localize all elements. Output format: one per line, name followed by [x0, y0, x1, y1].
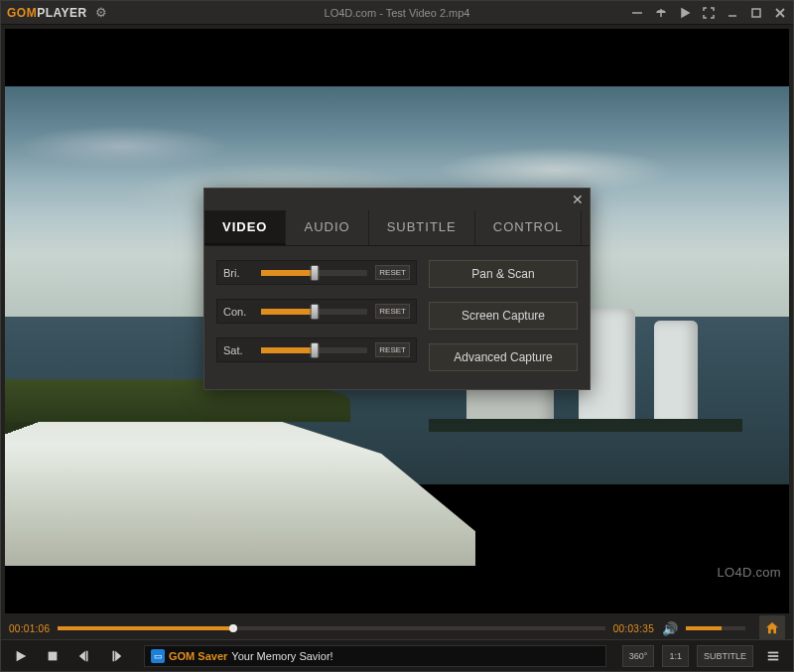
brightness-reset-button[interactable]: RESET — [375, 265, 410, 280]
advanced-capture-button[interactable]: Advanced Capture — [429, 343, 578, 371]
promo-app-icon: ▭ — [151, 649, 165, 663]
panel-titlebar: ✕ — [204, 189, 590, 210]
slider-label: Sat. — [223, 344, 253, 356]
watermark-text: LO4D.com — [717, 565, 781, 580]
close-icon[interactable] — [773, 6, 787, 20]
wifi-icon[interactable] — [654, 6, 668, 20]
stop-button[interactable] — [41, 644, 65, 668]
tab-video[interactable]: VIDEO — [204, 210, 286, 245]
slider-contrast: Con. RESET — [216, 299, 417, 324]
svg-marker-1 — [682, 9, 689, 17]
play-button[interactable] — [9, 644, 33, 668]
promo-banner[interactable]: ▭ GOM Saver Your Memory Savior! — [144, 645, 606, 667]
prev-button[interactable] — [72, 644, 96, 668]
saturation-reset-button[interactable]: RESET — [375, 342, 410, 357]
logo-accent: GOM — [7, 6, 37, 20]
logo-rest: PLAYER — [37, 6, 87, 20]
control-panel: ✕ VIDEO AUDIO SUBTITLE CONTROL Bri. RESE… — [203, 188, 591, 390]
svg-rect-9 — [86, 650, 88, 661]
svg-rect-3 — [752, 9, 760, 17]
tab-subtitle[interactable]: SUBTITLE — [369, 210, 475, 245]
minimize-to-tray-icon[interactable] — [630, 6, 644, 20]
brightness-slider[interactable] — [261, 270, 367, 276]
video-area[interactable]: LO4D.com ✕ VIDEO AUDIO SUBTITLE CONTROL … — [5, 29, 789, 613]
current-time: 00:01:06 — [9, 623, 50, 634]
contrast-reset-button[interactable]: RESET — [375, 304, 410, 319]
panel-tabs: VIDEO AUDIO SUBTITLE CONTROL — [204, 210, 590, 246]
title-bar: GOMPLAYER ⚙ LO4D.com - Test Video 2.mp4 — [1, 1, 793, 25]
maximize-icon[interactable] — [749, 6, 763, 20]
svg-rect-7 — [49, 651, 58, 660]
volume-slider[interactable] — [686, 626, 745, 630]
tab-control[interactable]: CONTROL — [475, 210, 583, 245]
gear-icon[interactable]: ⚙ — [95, 5, 107, 20]
fullscreen-icon[interactable] — [702, 6, 716, 20]
panel-body: Bri. RESET Con. RESET Sat. — [204, 246, 590, 389]
saturation-slider[interactable] — [261, 347, 367, 353]
actions-column: Pan & Scan Screen Capture Advanced Captu… — [429, 260, 578, 371]
pan-scan-button[interactable]: Pan & Scan — [429, 260, 578, 288]
svg-marker-8 — [79, 650, 85, 661]
promo-brand: GOM Saver — [169, 650, 227, 662]
button-360[interactable]: 360° — [622, 645, 655, 667]
app-logo: GOMPLAYER — [7, 6, 87, 20]
title-buttons — [630, 6, 787, 20]
home-button[interactable] — [759, 615, 785, 641]
svg-marker-6 — [17, 650, 27, 661]
playlist-icon[interactable] — [761, 644, 785, 668]
next-button[interactable] — [104, 644, 128, 668]
slider-label: Con. — [223, 306, 253, 318]
slider-label: Bri. — [223, 267, 253, 279]
contrast-slider[interactable] — [261, 309, 367, 315]
minimize-icon[interactable] — [726, 6, 739, 20]
volume-icon[interactable]: 🔊 — [662, 621, 678, 636]
slider-brightness: Bri. RESET — [216, 260, 417, 285]
play-small-icon[interactable] — [678, 6, 692, 20]
slider-saturation: Sat. RESET — [216, 337, 417, 362]
total-time: 00:03:35 — [613, 623, 654, 634]
app-window: GOMPLAYER ⚙ LO4D.com - Test Video 2.mp4 — [0, 0, 794, 672]
tab-audio[interactable]: AUDIO — [286, 210, 368, 245]
screen-capture-button[interactable]: Screen Capture — [429, 302, 578, 330]
sliders-column: Bri. RESET Con. RESET Sat. — [216, 260, 417, 371]
progress-row: 00:01:06 00:03:35 🔊 — [1, 617, 793, 639]
bottom-bar: ▭ GOM Saver Your Memory Savior! 360° 1:1… — [1, 639, 793, 671]
svg-rect-11 — [113, 650, 115, 661]
button-subtitle[interactable]: SUBTITLE — [697, 645, 753, 667]
button-ratio[interactable]: 1:1 — [662, 645, 689, 667]
promo-tagline: Your Memory Savior! — [231, 650, 332, 662]
panel-close-icon[interactable]: ✕ — [572, 192, 584, 207]
seek-bar[interactable] — [58, 626, 604, 630]
svg-marker-10 — [115, 650, 121, 661]
